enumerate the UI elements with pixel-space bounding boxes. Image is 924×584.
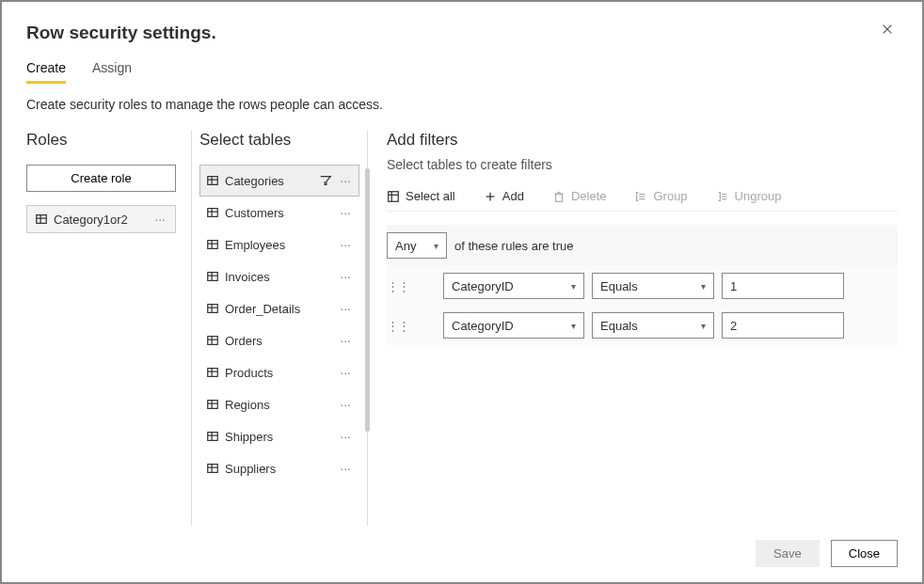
chevron-down-icon: ▾	[571, 321, 576, 331]
more-icon[interactable]: ···	[152, 212, 167, 227]
plus-icon	[484, 190, 497, 203]
svg-rect-29	[208, 433, 218, 441]
table-item-employees[interactable]: Employees ···	[199, 229, 359, 260]
more-icon[interactable]: ···	[338, 333, 353, 348]
table-item-orderdetails[interactable]: Order_Details ···	[199, 292, 359, 324]
table-icon	[206, 462, 219, 475]
more-icon[interactable]: ···	[338, 365, 353, 380]
table-label: Categories	[225, 174, 284, 188]
table-label: Employees	[225, 238, 285, 252]
table-icon	[206, 398, 219, 411]
roles-heading: Roles	[26, 131, 176, 150]
rule-operator-select[interactable]: Equals▾	[592, 273, 714, 299]
dialog-title: Row security settings.	[26, 23, 216, 43]
svg-rect-2	[37, 215, 47, 224]
trash-icon	[552, 190, 566, 203]
svg-rect-32	[208, 465, 218, 473]
select-all-icon	[387, 190, 400, 203]
rule-operator-select[interactable]: Equals▾	[592, 312, 714, 339]
table-label: Shippers	[225, 430, 273, 444]
rule-row: ⋮⋮ CategoryID▾ Equals▾ 1	[387, 266, 898, 306]
table-icon	[206, 366, 219, 379]
table-item-products[interactable]: Products ···	[199, 356, 359, 388]
role-name: Category1or2	[54, 213, 128, 227]
save-button[interactable]: Save	[756, 540, 820, 567]
more-icon[interactable]: ···	[338, 237, 353, 252]
chevron-down-icon: ▾	[434, 241, 438, 251]
table-item-customers[interactable]: Customers ···	[199, 197, 359, 229]
table-icon	[206, 430, 219, 443]
svg-rect-14	[208, 273, 218, 281]
chevron-down-icon: ▾	[701, 321, 706, 331]
chevron-down-icon: ▾	[571, 281, 576, 292]
table-label: Orders	[225, 334, 263, 348]
table-item-invoices[interactable]: Invoices ···	[199, 260, 359, 292]
tab-create[interactable]: Create	[26, 60, 66, 84]
svg-rect-20	[208, 337, 218, 345]
filters-heading: Add filters	[387, 131, 898, 150]
ungroup-icon	[716, 190, 729, 203]
more-icon[interactable]: ···	[338, 461, 353, 476]
table-item-suppliers[interactable]: Suppliers ···	[199, 452, 359, 484]
add-button[interactable]: Add	[484, 187, 524, 205]
chevron-down-icon: ▾	[701, 281, 706, 292]
scrollbar[interactable]	[365, 168, 370, 469]
filter-icon	[319, 174, 332, 187]
svg-rect-26	[208, 401, 218, 409]
table-item-orders[interactable]: Orders ···	[199, 324, 359, 356]
svg-rect-35	[389, 191, 399, 201]
table-icon	[206, 334, 219, 347]
more-icon[interactable]: ···	[338, 397, 353, 412]
delete-button: Delete	[552, 187, 607, 205]
table-icon	[206, 238, 219, 251]
table-item-categories[interactable]: Categories ···	[199, 165, 359, 197]
grip-icon[interactable]: ⋮⋮	[387, 279, 407, 293]
tab-assign[interactable]: Assign	[92, 60, 132, 84]
rule-value-input[interactable]: 2	[722, 312, 844, 339]
more-icon[interactable]: ···	[338, 205, 353, 220]
group-icon	[634, 190, 647, 203]
svg-rect-17	[208, 305, 218, 313]
tabs: Create Assign	[26, 60, 898, 84]
table-item-shippers[interactable]: Shippers ···	[199, 420, 359, 452]
filters-subheading: Select tables to create filters	[387, 157, 898, 172]
table-label: Customers	[225, 206, 284, 220]
combiner-suffix: of these rules are true	[454, 239, 573, 253]
svg-rect-40	[555, 194, 562, 201]
table-icon	[206, 206, 219, 219]
table-icon	[206, 174, 219, 187]
table-icon	[35, 213, 48, 226]
tables-heading: Select tables	[199, 131, 359, 150]
rule-field-select[interactable]: CategoryID▾	[443, 312, 584, 339]
table-label: Invoices	[225, 270, 270, 284]
close-icon[interactable]	[877, 23, 898, 39]
more-icon[interactable]: ···	[338, 429, 353, 444]
more-icon[interactable]: ···	[338, 269, 353, 284]
more-icon[interactable]: ···	[338, 173, 353, 188]
role-item[interactable]: Category1or2 ···	[26, 205, 176, 233]
svg-rect-8	[208, 209, 218, 217]
table-label: Products	[225, 366, 273, 380]
table-label: Order_Details	[225, 302, 300, 316]
create-role-button[interactable]: Create role	[26, 165, 176, 192]
dialog-description: Create security roles to manage the rows…	[26, 97, 898, 112]
table-label: Suppliers	[225, 462, 276, 476]
rule-row: ⋮⋮ CategoryID▾ Equals▾ 2	[387, 306, 898, 345]
svg-rect-11	[208, 241, 218, 249]
table-label: Regions	[225, 398, 270, 412]
rule-field-select[interactable]: CategoryID▾	[443, 273, 584, 299]
table-item-regions[interactable]: Regions ···	[199, 388, 359, 420]
grip-icon[interactable]: ⋮⋮	[387, 319, 407, 333]
select-all-button[interactable]: Select all	[387, 187, 455, 205]
rule-value-input[interactable]: 1	[722, 273, 844, 299]
filters-toolbar: Select all Add Delete Group Ungroup	[387, 187, 898, 212]
svg-rect-5	[208, 177, 218, 185]
table-icon	[206, 302, 219, 315]
table-list: Categories ··· Customers ··· Employees ·…	[199, 165, 359, 484]
svg-rect-23	[208, 369, 218, 377]
combiner-select[interactable]: Any ▾	[387, 232, 447, 259]
close-button[interactable]: Close	[831, 540, 898, 567]
ungroup-button: Ungroup	[716, 187, 782, 205]
table-icon	[206, 270, 219, 283]
more-icon[interactable]: ···	[338, 301, 353, 316]
